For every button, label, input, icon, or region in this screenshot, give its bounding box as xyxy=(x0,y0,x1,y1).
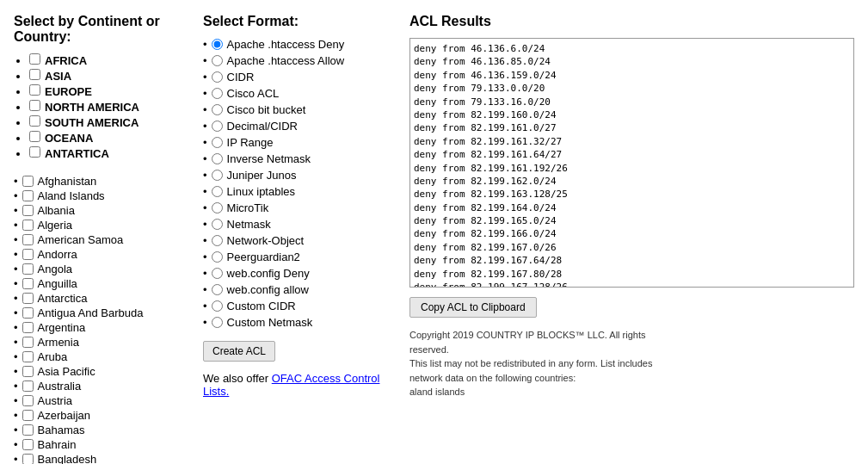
country-label: American Samoa xyxy=(38,233,124,246)
country-label: Afghanistan xyxy=(38,175,97,188)
format-radio[interactable] xyxy=(212,317,223,328)
country-checkbox[interactable] xyxy=(22,176,34,187)
country-checkbox[interactable] xyxy=(22,424,34,436)
format-radio[interactable] xyxy=(212,170,223,181)
format-radio[interactable] xyxy=(212,251,223,263)
continent-checkbox[interactable] xyxy=(29,115,40,127)
copy-acl-button[interactable]: Copy ACL to Clipboard xyxy=(409,297,537,318)
country-checkbox[interactable] xyxy=(22,322,34,333)
continent-checkbox[interactable] xyxy=(29,100,40,111)
country-item: •Angola xyxy=(14,263,186,275)
country-label: Albania xyxy=(38,204,75,217)
country-label: Aruba xyxy=(38,350,68,363)
format-label: Apache .htaccess Deny xyxy=(227,38,345,51)
country-checkbox[interactable] xyxy=(22,190,34,201)
country-checkbox[interactable] xyxy=(22,220,34,231)
continents-list: AFRICAASIAEUROPENORTH AMERICASOUTH AMERI… xyxy=(14,53,186,160)
bullet: • xyxy=(14,219,18,232)
format-bullet: • xyxy=(203,267,207,280)
country-label: Anguilla xyxy=(38,277,77,290)
country-checkbox[interactable] xyxy=(22,395,34,406)
format-item: •Apache .htaccess Deny xyxy=(203,38,392,51)
format-bullet: • xyxy=(203,87,207,100)
country-item: •Albania xyxy=(14,204,186,217)
country-item: •Armenia xyxy=(14,336,186,349)
country-item: •Australia xyxy=(14,380,186,393)
format-item: •Custom CIDR xyxy=(203,300,392,312)
format-item: •Juniper Junos xyxy=(203,169,392,182)
format-label: Juniper Junos xyxy=(227,169,297,182)
format-radio[interactable] xyxy=(212,186,223,197)
country-checkbox[interactable] xyxy=(22,234,34,245)
format-label: web.config allow xyxy=(227,283,309,296)
format-item: •web.config Deny xyxy=(203,267,392,280)
country-checkbox[interactable] xyxy=(22,454,34,464)
country-checkbox[interactable] xyxy=(22,337,34,348)
country-item: •Aruba xyxy=(14,350,186,363)
bullet: • xyxy=(14,438,18,451)
country-checkbox[interactable] xyxy=(22,249,34,260)
continent-checkbox[interactable] xyxy=(29,131,40,142)
format-bullet: • xyxy=(203,136,207,149)
country-item: •Anguilla xyxy=(14,277,186,290)
format-item: •MicroTik xyxy=(203,201,392,214)
continent-label: OCEANA xyxy=(45,132,93,145)
country-checkbox[interactable] xyxy=(22,205,34,216)
create-acl-button[interactable]: Create ACL xyxy=(203,341,275,362)
format-radio[interactable] xyxy=(212,300,223,312)
country-item: •Azerbaijan xyxy=(14,409,186,422)
continent-checkbox[interactable] xyxy=(29,53,40,65)
format-radio[interactable] xyxy=(212,268,223,279)
country-checkbox[interactable] xyxy=(22,366,34,377)
format-item: •Netmask xyxy=(203,218,392,231)
country-checkbox[interactable] xyxy=(22,380,34,392)
format-radio[interactable] xyxy=(212,202,223,213)
country-label: Azerbaijan xyxy=(38,409,90,422)
country-checkbox[interactable] xyxy=(22,263,34,275)
continent-checkbox[interactable] xyxy=(29,69,40,80)
format-item: •CIDR xyxy=(203,71,392,84)
bullet: • xyxy=(14,350,18,363)
format-radio[interactable] xyxy=(212,153,223,164)
format-bullet: • xyxy=(203,71,207,84)
continent-label: AFRICA xyxy=(45,54,87,67)
format-bullet: • xyxy=(203,185,207,198)
format-radio[interactable] xyxy=(212,71,223,83)
country-checkbox[interactable] xyxy=(22,278,34,289)
format-radio[interactable] xyxy=(212,284,223,295)
continent-label: EUROPE xyxy=(45,85,92,98)
format-radio[interactable] xyxy=(212,39,223,50)
format-radio[interactable] xyxy=(212,121,223,132)
format-radio[interactable] xyxy=(212,235,223,246)
format-radio[interactable] xyxy=(212,55,223,66)
format-item: •Custom Netmask xyxy=(203,316,392,329)
format-bullet: • xyxy=(203,234,207,247)
format-item: •Decimal/CIDR xyxy=(203,120,392,133)
format-radio[interactable] xyxy=(212,137,223,148)
country-checkbox[interactable] xyxy=(22,307,34,319)
format-radio[interactable] xyxy=(212,88,223,99)
copyright-line3: aland islands xyxy=(409,385,668,399)
country-checkbox[interactable] xyxy=(22,293,34,304)
format-radio[interactable] xyxy=(212,219,223,230)
format-label: Cisco ACL xyxy=(227,87,280,100)
country-label: Bahamas xyxy=(38,424,85,436)
continent-label: ASIA xyxy=(45,70,71,83)
format-bullet: • xyxy=(203,54,207,67)
bullet: • xyxy=(14,336,18,349)
continent-label: SOUTH AMERICA xyxy=(45,116,139,129)
format-bullet: • xyxy=(203,169,207,182)
continent-checkbox[interactable] xyxy=(29,146,40,158)
formats-list: •Apache .htaccess Deny•Apache .htaccess … xyxy=(203,38,392,329)
country-item: •Aland Islands xyxy=(14,189,186,202)
country-checkbox[interactable] xyxy=(22,410,34,421)
bullet: • xyxy=(14,204,18,217)
bullet: • xyxy=(14,394,18,407)
bullet: • xyxy=(14,365,18,378)
country-label: Andorra xyxy=(38,248,77,261)
format-radio[interactable] xyxy=(212,104,223,115)
country-checkbox[interactable] xyxy=(22,351,34,362)
continent-checkbox[interactable] xyxy=(29,84,40,96)
country-checkbox[interactable] xyxy=(22,439,34,450)
acl-results-textarea[interactable] xyxy=(409,38,854,288)
